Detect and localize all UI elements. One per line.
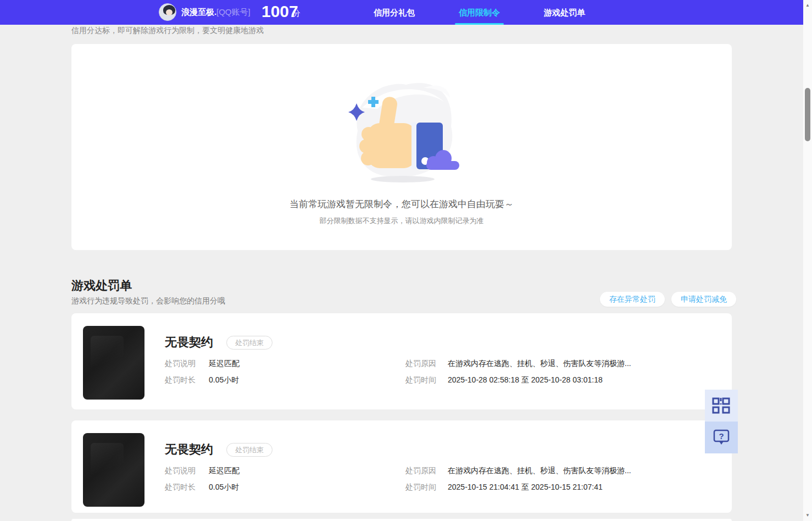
scrollbar-up-arrow[interactable]: ▲ bbox=[803, 1, 812, 10]
user-avatar[interactable] bbox=[159, 3, 176, 21]
penalty-desc-label: 处罚说明 bbox=[165, 466, 196, 476]
penalty-duration-value: 0.05小时 bbox=[209, 483, 239, 492]
game-title: 无畏契约 bbox=[165, 441, 213, 458]
abnormal-penalty-button[interactable]: 存在异常处罚 bbox=[600, 292, 665, 307]
thumbs-up-illustration bbox=[341, 76, 462, 189]
next-card-top-edge bbox=[71, 519, 732, 521]
penalty-desc-value: 延迟匹配 bbox=[209, 466, 240, 476]
scrollbar[interactable]: ▲ ▼ bbox=[803, 0, 812, 521]
status-badge: 处罚结束 bbox=[226, 443, 272, 457]
penalty-duration-label: 处罚时长 bbox=[165, 483, 196, 492]
restriction-empty-panel: 当前常玩游戏暂无限制令，您可以在游戏中自由玩耍～ 部分限制数据不支持显示，请以游… bbox=[71, 44, 732, 250]
username: 浪漫至极. bbox=[181, 7, 216, 18]
penalty-reason-label: 处罚原因 bbox=[405, 466, 436, 476]
status-badge: 处罚结束 bbox=[226, 336, 272, 350]
penalty-time-value: 2025-10-15 21:04:41 至 2025-10-15 21:07:4… bbox=[448, 483, 603, 492]
scrollbar-thumb[interactable] bbox=[805, 88, 810, 141]
credit-score-unit: 分 bbox=[293, 9, 301, 19]
penalty-duration-label: 处罚时长 bbox=[165, 375, 196, 385]
penalty-card: 无畏契约 处罚结束 处罚说明 延迟匹配 处罚时长 0.05小时 处罚原因 在游戏… bbox=[71, 313, 732, 409]
penalty-reason-value: 在游戏内存在逃跑、挂机、秒退、伤害队友等消极游... bbox=[448, 466, 631, 476]
penalty-time-label: 处罚时间 bbox=[405, 483, 436, 492]
intro-line: 信用分达标，即可解除游戏行为限制，要文明健康地游戏 bbox=[71, 26, 264, 36]
empty-state-message: 当前常玩游戏暂无限制令，您可以在游戏中自由玩耍～ bbox=[71, 198, 732, 210]
penalty-reduction-button[interactable]: 申请处罚减免 bbox=[671, 292, 736, 307]
penalty-reason-label: 处罚原因 bbox=[405, 359, 436, 369]
qr-code-button[interactable] bbox=[705, 390, 738, 422]
game-thumbnail bbox=[83, 326, 144, 400]
penalty-section-subtitle: 游戏行为违规导致处罚，会影响您的信用分哦 bbox=[71, 296, 225, 306]
penalty-desc-label: 处罚说明 bbox=[165, 359, 196, 369]
header-bar: 浪漫至极. [QQ账号] 1007 分 信用分礼包 信用限制令 游戏处罚单 bbox=[0, 0, 803, 25]
tab-game-penalty[interactable]: 游戏处罚单 bbox=[522, 0, 607, 25]
tab-credit-gift[interactable]: 信用分礼包 bbox=[352, 0, 437, 25]
game-thumbnail bbox=[83, 433, 144, 507]
penalty-time-value: 2025-10-28 02:58:18 至 2025-10-28 03:01:1… bbox=[448, 375, 603, 385]
qr-code-icon bbox=[712, 397, 731, 414]
penalty-duration-value: 0.05小时 bbox=[209, 375, 239, 385]
tab-credit-restriction[interactable]: 信用限制令 bbox=[437, 0, 522, 25]
scrollbar-down-arrow[interactable]: ▼ bbox=[803, 511, 812, 520]
penalty-desc-value: 延迟匹配 bbox=[209, 359, 240, 369]
game-title: 无畏契约 bbox=[165, 334, 213, 351]
account-type-label: [QQ账号] bbox=[216, 7, 251, 18]
help-icon: ? bbox=[713, 429, 730, 446]
help-button[interactable]: ? bbox=[705, 422, 738, 453]
header-nav: 信用分礼包 信用限制令 游戏处罚单 bbox=[352, 0, 607, 25]
penalty-time-label: 处罚时间 bbox=[405, 375, 436, 385]
empty-state-note: 部分限制数据不支持显示，请以游戏内限制记录为准 bbox=[71, 216, 732, 226]
penalty-card: 无畏契约 处罚结束 处罚说明 延迟匹配 处罚时长 0.05小时 处罚原因 在游戏… bbox=[71, 420, 732, 513]
penalty-reason-value: 在游戏内存在逃跑、挂机、秒退、伤害队友等消极游... bbox=[448, 359, 631, 369]
svg-text:?: ? bbox=[719, 431, 724, 441]
penalty-section-title: 游戏处罚单 bbox=[71, 278, 132, 294]
